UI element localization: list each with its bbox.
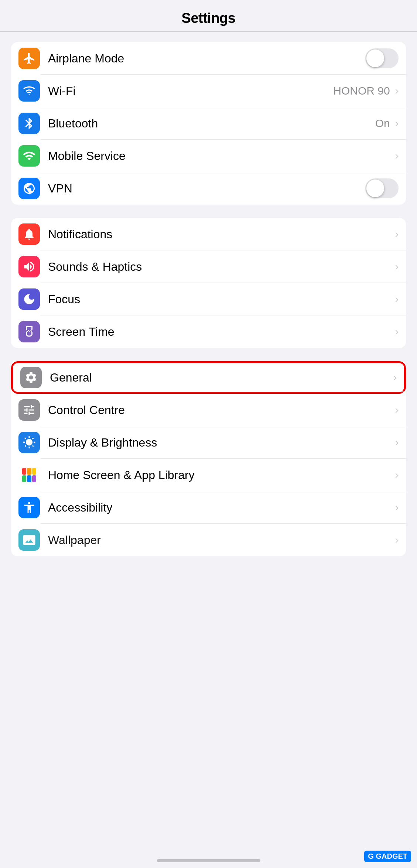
home-indicator: [157, 859, 260, 862]
mobile-service-icon-wrapper: [18, 145, 40, 167]
signal-icon: [23, 149, 36, 163]
screen-time-chevron: ›: [395, 326, 399, 338]
connectivity-group: Airplane Mode Wi-Fi HONOR 90 › Blueto: [11, 42, 406, 205]
header: Settings: [0, 0, 417, 32]
bluetooth-value: On: [375, 117, 390, 130]
general-row[interactable]: General ›: [11, 361, 406, 394]
wallpaper-chevron: ›: [395, 534, 399, 546]
display-brightness-chevron: ›: [395, 437, 399, 448]
screen-time-label: Screen Time: [48, 325, 394, 339]
notifications-group: Notifications › Sounds & Haptics › Focus…: [11, 218, 406, 348]
vpn-icon-wrapper: [18, 178, 40, 199]
hourglass-icon: [23, 325, 36, 338]
bluetooth-chevron: ›: [395, 117, 399, 129]
home-screen-icon-wrapper: [18, 464, 40, 486]
wallpaper-icon: [23, 533, 36, 547]
sliders-icon: [23, 403, 36, 417]
screen-time-icon-wrapper: [18, 321, 40, 342]
bluetooth-icon-wrapper: [18, 113, 40, 134]
page-title: Settings: [0, 10, 417, 26]
settings-screen: Settings Airplane Mode Wi-Fi HONOR: [0, 0, 417, 567]
gear-icon: [24, 371, 38, 384]
notifications-icon-wrapper: [18, 223, 40, 245]
system-group: General › Control Centre › Display & Bri…: [11, 361, 406, 556]
wifi-icon: [23, 84, 36, 98]
wifi-chevron: ›: [395, 85, 399, 97]
focus-icon-wrapper: [18, 288, 40, 310]
focus-row[interactable]: Focus ›: [11, 283, 406, 315]
wallpaper-icon-wrapper: [18, 529, 40, 551]
moon-icon: [23, 293, 36, 306]
general-label: General: [50, 371, 392, 385]
airplane-mode-toggle-knob: [366, 49, 384, 67]
vpn-label: VPN: [48, 182, 365, 195]
wallpaper-label: Wallpaper: [48, 533, 394, 547]
home-screen-chevron: ›: [395, 469, 399, 481]
accessibility-icon-wrapper: [18, 497, 40, 518]
display-brightness-label: Display & Brightness: [48, 436, 394, 450]
screen-time-row[interactable]: Screen Time ›: [11, 315, 406, 348]
vpn-row[interactable]: VPN: [11, 172, 406, 205]
notifications-chevron: ›: [395, 228, 399, 240]
bluetooth-label: Bluetooth: [48, 117, 375, 130]
accessibility-label: Accessibility: [48, 501, 394, 515]
accessibility-icon: [23, 501, 36, 514]
wifi-row[interactable]: Wi-Fi HONOR 90 ›: [11, 75, 406, 107]
vpn-toggle[interactable]: [365, 178, 399, 198]
notifications-row[interactable]: Notifications ›: [11, 218, 406, 250]
settings-content: Airplane Mode Wi-Fi HONOR 90 › Blueto: [0, 32, 417, 567]
display-brightness-icon-wrapper: [18, 432, 40, 453]
control-centre-chevron: ›: [395, 404, 399, 416]
sounds-haptics-row[interactable]: Sounds & Haptics ›: [11, 250, 406, 283]
vpn-icon: [23, 182, 36, 195]
gadget-watermark: G GADGET: [364, 851, 411, 862]
accessibility-chevron: ›: [395, 502, 399, 513]
accessibility-row[interactable]: Accessibility ›: [11, 491, 406, 524]
mobile-service-chevron: ›: [395, 150, 399, 162]
wifi-label: Wi-Fi: [48, 84, 333, 98]
bell-icon: [23, 228, 36, 241]
bluetooth-row[interactable]: Bluetooth On ›: [11, 107, 406, 140]
wifi-icon-wrapper: [18, 80, 40, 102]
wifi-value: HONOR 90: [333, 85, 390, 97]
vpn-toggle-knob: [366, 180, 384, 197]
display-brightness-row[interactable]: Display & Brightness ›: [11, 426, 406, 459]
control-centre-label: Control Centre: [48, 403, 394, 417]
sun-icon: [23, 436, 36, 449]
sounds-haptics-label: Sounds & Haptics: [48, 260, 394, 274]
general-chevron: ›: [393, 372, 397, 383]
multicolor-grid-icon: [22, 468, 36, 482]
general-icon-wrapper: [20, 367, 42, 388]
notifications-label: Notifications: [48, 228, 394, 241]
control-centre-row[interactable]: Control Centre ›: [11, 394, 406, 426]
focus-label: Focus: [48, 293, 394, 306]
bluetooth-icon: [23, 117, 36, 130]
airplane-mode-label: Airplane Mode: [48, 52, 365, 65]
airplane-mode-toggle[interactable]: [365, 48, 399, 68]
focus-chevron: ›: [395, 293, 399, 305]
home-screen-label: Home Screen & App Library: [48, 468, 394, 482]
wallpaper-row[interactable]: Wallpaper ›: [11, 524, 406, 556]
speaker-icon: [23, 260, 36, 273]
mobile-service-label: Mobile Service: [48, 149, 394, 163]
mobile-service-row[interactable]: Mobile Service ›: [11, 140, 406, 172]
control-centre-icon-wrapper: [18, 399, 40, 421]
airplane-icon: [23, 52, 36, 65]
airplane-mode-icon-wrapper: [18, 48, 40, 69]
home-screen-row[interactable]: Home Screen & App Library ›: [11, 459, 406, 491]
sounds-haptics-chevron: ›: [395, 261, 399, 273]
airplane-mode-row[interactable]: Airplane Mode: [11, 42, 406, 75]
sounds-haptics-icon-wrapper: [18, 256, 40, 277]
